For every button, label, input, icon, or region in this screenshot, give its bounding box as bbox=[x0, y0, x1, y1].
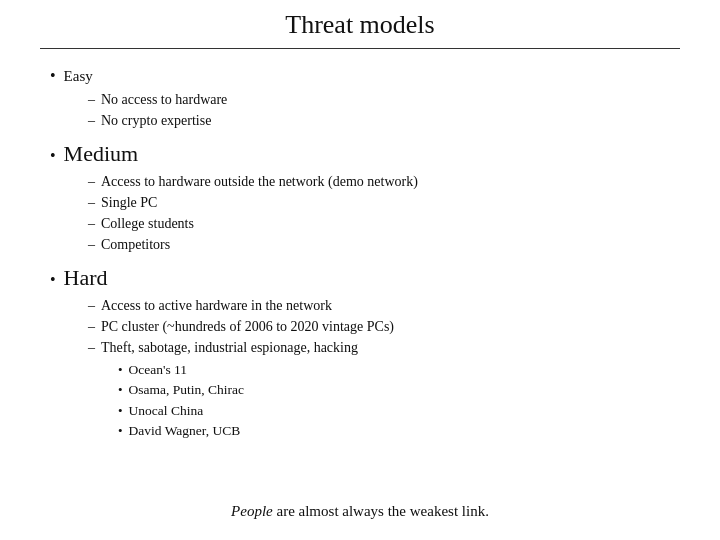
list-item: – PC cluster (~hundreds of 2006 to 2020 … bbox=[88, 316, 670, 337]
dash-icon: – bbox=[88, 192, 95, 213]
hard-item-1: Access to active hardware in the network bbox=[101, 295, 332, 316]
hard-item-2: PC cluster (~hundreds of 2006 to 2020 vi… bbox=[101, 316, 394, 337]
section-medium-header: • Medium bbox=[50, 141, 670, 167]
medium-sub-items: – Access to hardware outside the network… bbox=[88, 171, 670, 255]
list-item: • Ocean's 11 bbox=[118, 360, 670, 380]
easy-item-2: No crypto expertise bbox=[101, 110, 211, 131]
section-hard-title: Hard bbox=[64, 265, 108, 291]
small-bullet-icon: • bbox=[118, 360, 123, 380]
small-bullet-icon: • bbox=[118, 421, 123, 441]
section-easy: • Easy – No access to hardware – No cryp… bbox=[50, 67, 670, 131]
section-hard: • Hard – Access to active hardware in th… bbox=[50, 265, 670, 441]
content: • Easy – No access to hardware – No cryp… bbox=[40, 67, 680, 487]
list-item: – Access to hardware outside the network… bbox=[88, 171, 670, 192]
section-easy-title: Easy bbox=[64, 68, 93, 85]
medium-item-1: Access to hardware outside the network (… bbox=[101, 171, 418, 192]
list-item: – Competitors bbox=[88, 234, 670, 255]
section-hard-header: • Hard bbox=[50, 265, 670, 291]
hard-sub-items: – Access to active hardware in the netwo… bbox=[88, 295, 670, 441]
section-medium-title: Medium bbox=[64, 141, 139, 167]
hard-item-3: Theft, sabotage, industrial espionage, h… bbox=[101, 337, 358, 358]
title-area: Threat models bbox=[40, 0, 680, 49]
footer-rest: are almost always the weakest link. bbox=[273, 503, 489, 519]
dash-icon: – bbox=[88, 213, 95, 234]
medium-item-2: Single PC bbox=[101, 192, 157, 213]
small-bullet-icon: • bbox=[118, 401, 123, 421]
dash-icon: – bbox=[88, 110, 95, 131]
easy-sub-items: – No access to hardware – No crypto expe… bbox=[88, 89, 670, 131]
list-item: • Unocal China bbox=[118, 401, 670, 421]
dash-icon: – bbox=[88, 234, 95, 255]
section-medium: • Medium – Access to hardware outside th… bbox=[50, 141, 670, 255]
list-item: • Osama, Putin, Chirac bbox=[118, 380, 670, 400]
list-item: – Access to active hardware in the netwo… bbox=[88, 295, 670, 316]
medium-item-3: College students bbox=[101, 213, 194, 234]
small-bullet-icon: • bbox=[118, 380, 123, 400]
hard-sub-sub-items: • Ocean's 11 • Osama, Putin, Chirac • Un… bbox=[118, 360, 670, 441]
dash-icon: – bbox=[88, 316, 95, 337]
list-item: – No access to hardware bbox=[88, 89, 670, 110]
hard-sub-item-1: Ocean's 11 bbox=[129, 360, 188, 380]
medium-item-4: Competitors bbox=[101, 234, 170, 255]
dash-icon: – bbox=[88, 295, 95, 316]
hard-sub-item-3: Unocal China bbox=[129, 401, 204, 421]
list-item: – Single PC bbox=[88, 192, 670, 213]
list-item: • David Wagner, UCB bbox=[118, 421, 670, 441]
bullet-easy: • bbox=[50, 67, 56, 85]
easy-item-1: No access to hardware bbox=[101, 89, 227, 110]
list-item: – Theft, sabotage, industrial espionage,… bbox=[88, 337, 670, 358]
footer-text: People are almost always the weakest lin… bbox=[231, 503, 489, 519]
section-easy-header: • Easy bbox=[50, 67, 670, 85]
footer-italic: People bbox=[231, 503, 273, 519]
footer: People are almost always the weakest lin… bbox=[40, 503, 680, 520]
hard-sub-item-2: Osama, Putin, Chirac bbox=[129, 380, 244, 400]
list-item: – College students bbox=[88, 213, 670, 234]
bullet-hard: • bbox=[50, 271, 56, 289]
dash-icon: – bbox=[88, 337, 95, 358]
dash-icon: – bbox=[88, 89, 95, 110]
page: Threat models • Easy – No access to hard… bbox=[0, 0, 720, 540]
list-item: – No crypto expertise bbox=[88, 110, 670, 131]
dash-icon: – bbox=[88, 171, 95, 192]
page-title: Threat models bbox=[40, 10, 680, 40]
hard-sub-item-4: David Wagner, UCB bbox=[129, 421, 241, 441]
bullet-medium: • bbox=[50, 147, 56, 165]
